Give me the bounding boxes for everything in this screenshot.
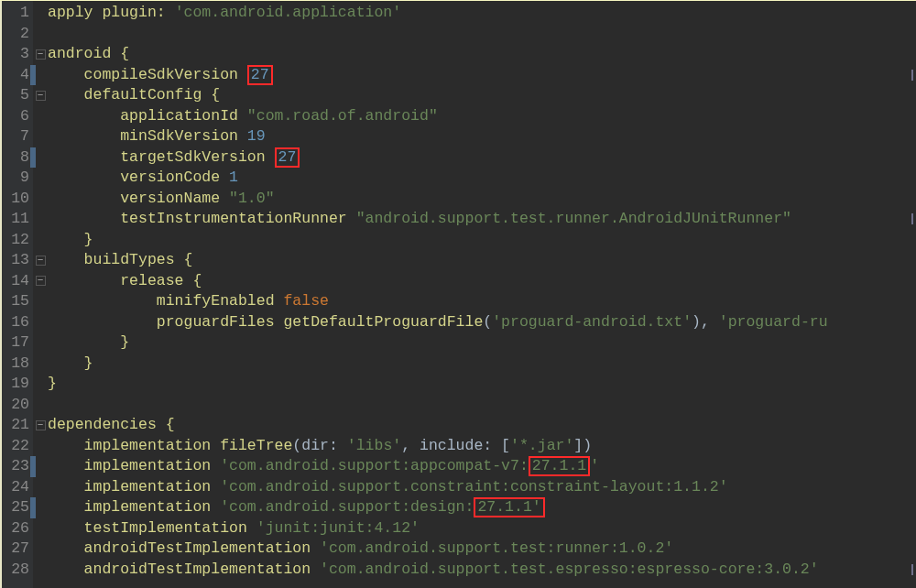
code-line-10[interactable]: versionName "1.0" [48,189,916,210]
highlighted-version: 27.1.1' [474,497,544,517]
fold-marker [33,209,48,230]
fold-marker [33,560,48,581]
fold-marker [33,189,48,210]
code-line-4[interactable]: compileSdkVersion 27 [48,65,916,86]
code-line-13[interactable]: buildTypes { [48,250,916,271]
line-number-gutter: 1234567891011121314151617181920212223242… [0,1,33,588]
code-line-17[interactable]: } [48,332,916,354]
code-line-14[interactable]: release { [48,271,916,292]
code-line-11[interactable]: testInstrumentationRunner "android.suppo… [48,209,916,230]
line-number: 7 [2,126,33,147]
line-number: 3 [2,44,33,65]
change-marker [30,456,36,477]
fold-marker [33,436,48,457]
fold-marker[interactable] [33,415,48,436]
fold-marker[interactable] [33,85,48,106]
fold-marker [33,3,48,24]
code-line-5[interactable]: defaultConfig { [48,85,916,106]
code-line-25[interactable]: implementation 'com.android.support:desi… [48,497,916,518]
change-marker [30,497,36,518]
fold-marker [33,539,48,560]
line-number: 1 [2,3,33,24]
fold-marker[interactable] [33,271,48,292]
fold-marker [33,518,48,539]
fold-marker[interactable] [33,374,48,395]
line-number: 10 [2,189,33,210]
fold-marker [33,477,48,498]
fold-marker [33,312,48,333]
line-number: 12 [2,230,33,251]
line-number: 24 [2,477,33,498]
right-margin-marker [911,564,913,575]
right-margin-marker [911,70,913,81]
line-number: 16 [2,312,33,333]
line-number: 18 [2,354,33,375]
line-number: 26 [2,518,33,539]
code-line-21[interactable]: dependencies { [48,415,916,436]
line-number: 20 [2,395,33,416]
fold-marker [33,24,48,45]
code-line-3[interactable]: android { [48,44,916,65]
code-line-8[interactable]: targetSdkVersion 27 [48,147,916,169]
fold-marker[interactable] [33,230,48,251]
fold-marker[interactable] [33,250,48,271]
fold-marker[interactable] [33,332,48,354]
fold-marker [33,395,48,416]
code-editor[interactable]: 1234567891011121314151617181920212223242… [0,1,916,588]
code-line-15[interactable]: minifyEnabled false [48,291,916,312]
change-marker [30,65,36,86]
line-number: 21 [2,415,33,436]
line-number: 27 [2,539,33,560]
code-line-20[interactable] [48,395,916,416]
code-line-24[interactable]: implementation 'com.android.support.cons… [48,477,916,498]
right-margin-marker [911,213,913,224]
fold-marker[interactable] [33,354,48,375]
line-number: 14 [2,271,33,292]
code-line-16[interactable]: proguardFiles getDefaultProguardFile('pr… [48,312,916,333]
line-number: 17 [2,332,33,354]
code-line-6[interactable]: applicationId "com.road.of.android" [48,106,916,127]
code-line-7[interactable]: minSdkVersion 19 [48,126,916,147]
highlighted-version: 27 [247,65,273,85]
fold-marker [33,126,48,147]
line-number: 13 [2,250,33,271]
fold-marker [33,106,48,127]
fold-marker [33,168,48,189]
line-number: 19 [2,374,33,395]
line-number: 5 [2,85,33,106]
code-area[interactable]: apply plugin: 'com.android.application'a… [48,1,916,588]
fold-marker[interactable] [33,44,48,65]
code-line-2[interactable] [48,24,916,45]
code-line-18[interactable]: } [48,354,916,375]
code-line-19[interactable]: } [48,374,916,395]
highlighted-version: 27.1.1 [529,456,590,476]
code-line-9[interactable]: versionCode 1 [48,168,916,189]
code-line-28[interactable]: androidTestImplementation 'com.android.s… [48,560,916,581]
line-number: 25 [2,497,33,518]
code-line-27[interactable]: androidTestImplementation 'com.android.s… [48,539,916,560]
line-number: 2 [2,24,33,45]
line-number: 15 [2,291,33,312]
line-number: 6 [2,106,33,127]
code-line-23[interactable]: implementation 'com.android.support:appc… [48,456,916,477]
code-line-22[interactable]: implementation fileTree(dir: 'libs', inc… [48,436,916,457]
line-number: 11 [2,209,33,230]
change-marker [30,147,36,169]
code-line-12[interactable]: } [48,230,916,251]
line-number: 23 [2,456,33,477]
line-number: 4 [2,65,33,86]
code-line-1[interactable]: apply plugin: 'com.android.application' [48,3,916,24]
code-line-26[interactable]: testImplementation 'junit:junit:4.12' [48,518,916,539]
line-number: 9 [2,168,33,189]
fold-marker [33,291,48,312]
line-number: 22 [2,436,33,457]
line-number: 28 [2,560,33,581]
line-number: 8 [2,147,33,169]
highlighted-version: 27 [275,147,300,168]
